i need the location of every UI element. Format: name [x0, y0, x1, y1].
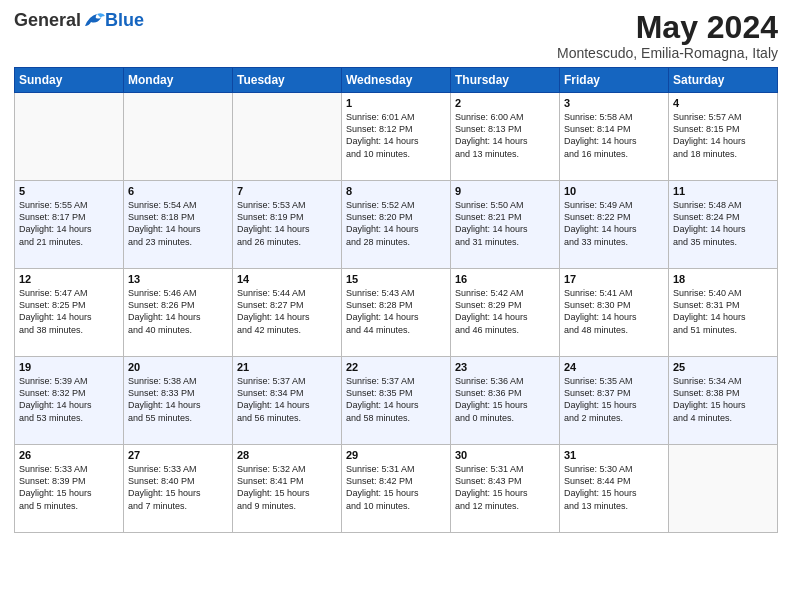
day-info: Sunrise: 5:44 AM Sunset: 8:27 PM Dayligh…: [237, 287, 337, 336]
day-info: Sunrise: 5:38 AM Sunset: 8:33 PM Dayligh…: [128, 375, 228, 424]
calendar-day-cell: 7Sunrise: 5:53 AM Sunset: 8:19 PM Daylig…: [233, 181, 342, 269]
day-number: 11: [673, 185, 773, 197]
calendar-day-cell: 11Sunrise: 5:48 AM Sunset: 8:24 PM Dayli…: [669, 181, 778, 269]
day-info: Sunrise: 6:00 AM Sunset: 8:13 PM Dayligh…: [455, 111, 555, 160]
day-number: 5: [19, 185, 119, 197]
calendar-day-cell: [233, 93, 342, 181]
day-info: Sunrise: 5:43 AM Sunset: 8:28 PM Dayligh…: [346, 287, 446, 336]
day-number: 10: [564, 185, 664, 197]
day-number: 28: [237, 449, 337, 461]
day-number: 4: [673, 97, 773, 109]
day-number: 29: [346, 449, 446, 461]
day-info: Sunrise: 5:46 AM Sunset: 8:26 PM Dayligh…: [128, 287, 228, 336]
calendar-header-row: SundayMondayTuesdayWednesdayThursdayFrid…: [15, 68, 778, 93]
day-info: Sunrise: 5:34 AM Sunset: 8:38 PM Dayligh…: [673, 375, 773, 424]
calendar-day-cell: 19Sunrise: 5:39 AM Sunset: 8:32 PM Dayli…: [15, 357, 124, 445]
day-number: 31: [564, 449, 664, 461]
month-title: May 2024: [557, 10, 778, 45]
calendar-week-row: 12Sunrise: 5:47 AM Sunset: 8:25 PM Dayli…: [15, 269, 778, 357]
calendar-day-cell: 12Sunrise: 5:47 AM Sunset: 8:25 PM Dayli…: [15, 269, 124, 357]
day-info: Sunrise: 5:30 AM Sunset: 8:44 PM Dayligh…: [564, 463, 664, 512]
calendar-day-cell: [124, 93, 233, 181]
calendar-day-header: Thursday: [451, 68, 560, 93]
calendar-day-cell: 3Sunrise: 5:58 AM Sunset: 8:14 PM Daylig…: [560, 93, 669, 181]
day-number: 15: [346, 273, 446, 285]
day-info: Sunrise: 5:33 AM Sunset: 8:39 PM Dayligh…: [19, 463, 119, 512]
day-number: 2: [455, 97, 555, 109]
day-info: Sunrise: 5:47 AM Sunset: 8:25 PM Dayligh…: [19, 287, 119, 336]
calendar-day-cell: 23Sunrise: 5:36 AM Sunset: 8:36 PM Dayli…: [451, 357, 560, 445]
day-number: 6: [128, 185, 228, 197]
logo: General Blue: [14, 10, 144, 31]
day-info: Sunrise: 5:40 AM Sunset: 8:31 PM Dayligh…: [673, 287, 773, 336]
day-number: 7: [237, 185, 337, 197]
day-number: 3: [564, 97, 664, 109]
calendar-day-cell: 8Sunrise: 5:52 AM Sunset: 8:20 PM Daylig…: [342, 181, 451, 269]
day-info: Sunrise: 5:49 AM Sunset: 8:22 PM Dayligh…: [564, 199, 664, 248]
day-number: 27: [128, 449, 228, 461]
day-number: 12: [19, 273, 119, 285]
day-number: 23: [455, 361, 555, 373]
day-number: 17: [564, 273, 664, 285]
day-info: Sunrise: 5:31 AM Sunset: 8:43 PM Dayligh…: [455, 463, 555, 512]
day-info: Sunrise: 5:53 AM Sunset: 8:19 PM Dayligh…: [237, 199, 337, 248]
calendar-day-cell: 6Sunrise: 5:54 AM Sunset: 8:18 PM Daylig…: [124, 181, 233, 269]
day-info: Sunrise: 5:42 AM Sunset: 8:29 PM Dayligh…: [455, 287, 555, 336]
calendar-day-header: Tuesday: [233, 68, 342, 93]
logo-blue-text: Blue: [105, 10, 144, 31]
day-number: 8: [346, 185, 446, 197]
day-info: Sunrise: 5:37 AM Sunset: 8:35 PM Dayligh…: [346, 375, 446, 424]
calendar-day-cell: 16Sunrise: 5:42 AM Sunset: 8:29 PM Dayli…: [451, 269, 560, 357]
day-info: Sunrise: 5:36 AM Sunset: 8:36 PM Dayligh…: [455, 375, 555, 424]
day-info: Sunrise: 5:33 AM Sunset: 8:40 PM Dayligh…: [128, 463, 228, 512]
calendar-day-cell: 17Sunrise: 5:41 AM Sunset: 8:30 PM Dayli…: [560, 269, 669, 357]
day-info: Sunrise: 6:01 AM Sunset: 8:12 PM Dayligh…: [346, 111, 446, 160]
calendar-day-cell: 13Sunrise: 5:46 AM Sunset: 8:26 PM Dayli…: [124, 269, 233, 357]
day-info: Sunrise: 5:37 AM Sunset: 8:34 PM Dayligh…: [237, 375, 337, 424]
day-number: 18: [673, 273, 773, 285]
day-info: Sunrise: 5:54 AM Sunset: 8:18 PM Dayligh…: [128, 199, 228, 248]
calendar-day-cell: 21Sunrise: 5:37 AM Sunset: 8:34 PM Dayli…: [233, 357, 342, 445]
calendar-day-header: Wednesday: [342, 68, 451, 93]
calendar-day-header: Sunday: [15, 68, 124, 93]
day-info: Sunrise: 5:39 AM Sunset: 8:32 PM Dayligh…: [19, 375, 119, 424]
calendar-day-cell: 30Sunrise: 5:31 AM Sunset: 8:43 PM Dayli…: [451, 445, 560, 533]
day-number: 24: [564, 361, 664, 373]
calendar-day-header: Friday: [560, 68, 669, 93]
calendar-day-cell: 15Sunrise: 5:43 AM Sunset: 8:28 PM Dayli…: [342, 269, 451, 357]
calendar-day-cell: 28Sunrise: 5:32 AM Sunset: 8:41 PM Dayli…: [233, 445, 342, 533]
calendar-day-cell: 14Sunrise: 5:44 AM Sunset: 8:27 PM Dayli…: [233, 269, 342, 357]
day-info: Sunrise: 5:50 AM Sunset: 8:21 PM Dayligh…: [455, 199, 555, 248]
calendar-day-cell: 1Sunrise: 6:01 AM Sunset: 8:12 PM Daylig…: [342, 93, 451, 181]
day-number: 9: [455, 185, 555, 197]
calendar-day-cell: 25Sunrise: 5:34 AM Sunset: 8:38 PM Dayli…: [669, 357, 778, 445]
calendar-day-cell: 2Sunrise: 6:00 AM Sunset: 8:13 PM Daylig…: [451, 93, 560, 181]
page: General Blue May 2024 Montescudo, Emilia…: [0, 0, 792, 612]
calendar-day-cell: 22Sunrise: 5:37 AM Sunset: 8:35 PM Dayli…: [342, 357, 451, 445]
calendar-week-row: 5Sunrise: 5:55 AM Sunset: 8:17 PM Daylig…: [15, 181, 778, 269]
calendar-day-cell: 9Sunrise: 5:50 AM Sunset: 8:21 PM Daylig…: [451, 181, 560, 269]
day-number: 14: [237, 273, 337, 285]
calendar-day-cell: 5Sunrise: 5:55 AM Sunset: 8:17 PM Daylig…: [15, 181, 124, 269]
calendar-day-cell: 29Sunrise: 5:31 AM Sunset: 8:42 PM Dayli…: [342, 445, 451, 533]
day-number: 25: [673, 361, 773, 373]
day-info: Sunrise: 5:57 AM Sunset: 8:15 PM Dayligh…: [673, 111, 773, 160]
day-info: Sunrise: 5:48 AM Sunset: 8:24 PM Dayligh…: [673, 199, 773, 248]
day-number: 1: [346, 97, 446, 109]
day-info: Sunrise: 5:55 AM Sunset: 8:17 PM Dayligh…: [19, 199, 119, 248]
header: General Blue May 2024 Montescudo, Emilia…: [14, 10, 778, 61]
calendar-day-cell: 24Sunrise: 5:35 AM Sunset: 8:37 PM Dayli…: [560, 357, 669, 445]
calendar-day-cell: 26Sunrise: 5:33 AM Sunset: 8:39 PM Dayli…: [15, 445, 124, 533]
calendar-week-row: 1Sunrise: 6:01 AM Sunset: 8:12 PM Daylig…: [15, 93, 778, 181]
calendar-day-cell: [669, 445, 778, 533]
day-number: 21: [237, 361, 337, 373]
calendar-table: SundayMondayTuesdayWednesdayThursdayFrid…: [14, 67, 778, 533]
calendar-day-cell: 18Sunrise: 5:40 AM Sunset: 8:31 PM Dayli…: [669, 269, 778, 357]
day-info: Sunrise: 5:32 AM Sunset: 8:41 PM Dayligh…: [237, 463, 337, 512]
day-number: 13: [128, 273, 228, 285]
day-number: 30: [455, 449, 555, 461]
day-info: Sunrise: 5:41 AM Sunset: 8:30 PM Dayligh…: [564, 287, 664, 336]
location-subtitle: Montescudo, Emilia-Romagna, Italy: [557, 45, 778, 61]
day-number: 20: [128, 361, 228, 373]
calendar-week-row: 19Sunrise: 5:39 AM Sunset: 8:32 PM Dayli…: [15, 357, 778, 445]
